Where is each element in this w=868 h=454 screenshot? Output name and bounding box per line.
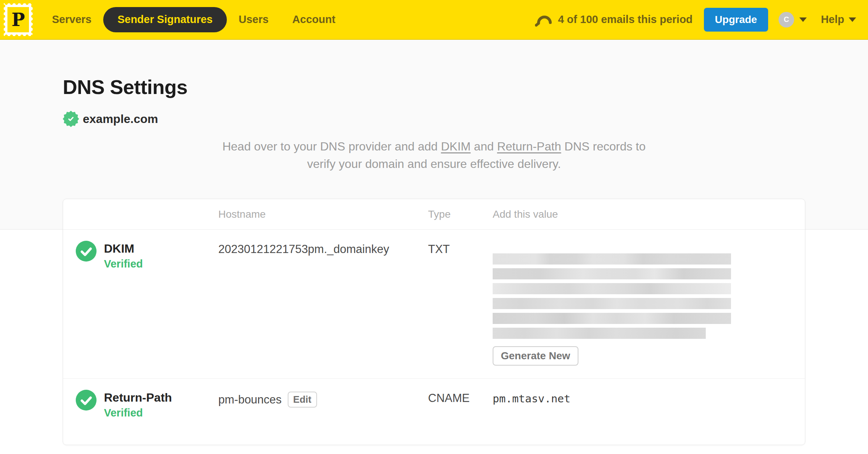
redacted-value-line [493, 268, 731, 279]
column-header-value: Add this value [493, 208, 805, 220]
redacted-value-line [493, 298, 731, 309]
record-value-cell: Generate New [493, 241, 805, 378]
nav-left-group: P Servers Sender Signatures Users Accoun… [4, 3, 347, 36]
record-value: pm.mtasv.net [493, 390, 805, 405]
redacted-value-line [493, 283, 731, 294]
top-navbar: P Servers Sender Signatures Users Accoun… [0, 0, 868, 40]
column-header-type: Type [428, 208, 493, 220]
dns-records-card: Hostname Type Add this value DKIM Verifi… [63, 199, 805, 445]
record-identity: DKIM Verified [63, 241, 218, 270]
redacted-dkim-value [493, 253, 790, 339]
dns-instructions: Head over to your DNS provider and add D… [213, 138, 655, 173]
nav-right-group: 4 of 100 emails this period Upgrade C He… [535, 8, 856, 32]
instructions-text: and [471, 140, 497, 153]
generate-new-button[interactable]: Generate New [493, 346, 578, 366]
redacted-value-line [493, 253, 731, 265]
record-identity: Return-Path Verified [63, 390, 218, 419]
status-badge: Verified [104, 258, 143, 270]
verified-seal-icon [63, 111, 79, 127]
status-badge: Verified [104, 407, 172, 419]
record-hostname: 20230121221753pm._domainkey [218, 241, 428, 256]
logo-letter: P [12, 11, 25, 29]
nav-item-servers[interactable]: Servers [40, 7, 103, 32]
help-menu[interactable]: Help [821, 13, 856, 26]
chevron-down-icon [799, 17, 807, 22]
record-hostname-cell: pm-bounces Edit [218, 390, 428, 408]
record-type: TXT [428, 241, 493, 256]
nav-item-account[interactable]: Account [280, 7, 347, 32]
account-menu[interactable]: C [779, 12, 807, 27]
column-header-hostname: Hostname [218, 208, 428, 220]
primary-nav: Servers Sender Signatures Users Account [40, 7, 347, 32]
instructions-text: Head over to your DNS provider and add [222, 140, 441, 153]
chevron-down-icon [849, 17, 856, 22]
dkim-link[interactable]: DKIM [441, 140, 471, 153]
verified-check-icon [76, 241, 97, 262]
nav-item-sender-signatures[interactable]: Sender Signatures [103, 7, 226, 32]
upgrade-button[interactable]: Upgrade [704, 8, 769, 32]
help-label: Help [821, 13, 844, 26]
redacted-value-line [493, 328, 706, 339]
verified-check-icon [76, 390, 97, 411]
page-title: DNS Settings [63, 75, 805, 98]
domain-name: example.com [83, 112, 158, 126]
record-name: Return-Path [104, 390, 172, 405]
usage-gauge-icon [535, 13, 553, 27]
record-name: DKIM [104, 241, 143, 256]
return-path-link[interactable]: Return-Path [497, 140, 561, 153]
domain-row: example.com [63, 110, 805, 127]
redacted-value-line [493, 313, 731, 324]
postmark-logo[interactable]: P [4, 3, 33, 36]
nav-item-users[interactable]: Users [227, 7, 281, 32]
record-hostname: pm-bounces [218, 393, 282, 406]
table-row-return-path: Return-Path Verified pm-bounces Edit CNA… [63, 378, 805, 445]
table-row-dkim: DKIM Verified 20230121221753pm._domainke… [63, 230, 805, 378]
usage-text: 4 of 100 emails this period [558, 13, 693, 26]
avatar[interactable]: C [779, 12, 794, 27]
table-header-row: Hostname Type Add this value [63, 199, 805, 230]
postmark-stamp-icon: P [7, 7, 29, 32]
edit-button[interactable]: Edit [288, 392, 317, 408]
record-type: CNAME [428, 390, 493, 405]
